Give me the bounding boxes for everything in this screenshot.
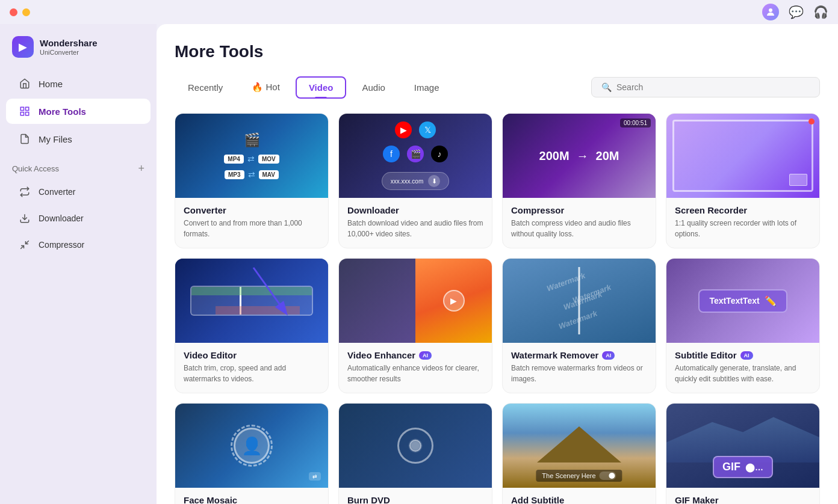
search-input[interactable] <box>616 82 810 92</box>
search-box[interactable]: 🔍 <box>591 77 820 97</box>
disc-icon <box>397 428 433 464</box>
app-logo: ▶ Wondershare UniConverter <box>0 31 157 70</box>
recorder-corner <box>789 174 807 186</box>
subtitle-text-box: TextTextText ✏️ <box>698 289 787 313</box>
titlebar-right: 💬 🎧 <box>762 4 828 20</box>
tool-name-downloader: Downloader <box>347 205 483 215</box>
tool-info-downloader: Downloader Batch download video and audi… <box>339 198 492 248</box>
tab-image[interactable]: Image <box>401 76 453 99</box>
tool-name-editor: Video Editor <box>184 350 320 360</box>
logo-brand: Wondershare <box>40 38 98 49</box>
tool-info-editor: Video Editor Batch trim, crop, speed and… <box>175 343 328 393</box>
add-quick-access-button[interactable]: + <box>138 162 144 175</box>
message-icon[interactable]: 💬 <box>789 5 804 19</box>
sidebar-label-my-files: My Files <box>39 134 72 144</box>
sidebar-item-compressor[interactable]: Compressor <box>6 233 151 257</box>
tool-card-burn-dvd[interactable]: Burn DVD Burn your videos to DVD with hi… <box>338 403 492 504</box>
more-tools-icon <box>18 105 31 118</box>
enhancer-after: ▶ <box>415 259 492 343</box>
wm-text-1: Watermark <box>545 271 586 293</box>
sidebar-item-more-tools[interactable]: More Tools <box>6 99 151 124</box>
tool-info-caption: Add Subtitle Add text captions to your v… <box>503 488 656 504</box>
svg-rect-3 <box>20 112 23 115</box>
my-files-icon <box>18 132 31 146</box>
tool-desc-recorder: 1:1 quality screen recorder with lots of… <box>675 218 811 239</box>
svg-rect-2 <box>26 107 29 110</box>
tool-name-burn-dvd: Burn DVD <box>347 495 483 504</box>
titlebar: 💬 🎧 <box>0 0 838 24</box>
sidebar-label-converter: Converter <box>39 187 75 197</box>
avatar-icon[interactable] <box>762 4 779 20</box>
tool-card-video-enhancer[interactable]: ▶ Video Enhancer AI Automatically enhanc… <box>338 258 492 393</box>
toggle-knob <box>609 473 615 479</box>
tool-thumbnail-recorder <box>666 114 819 198</box>
format-mp3: MP3 <box>225 170 244 179</box>
tool-info-subtitle: Subtitle Editor AI Automatically generat… <box>666 343 819 393</box>
tool-card-gif[interactable]: GIF ⬤… GIF Maker Create GIF from video o… <box>666 403 820 504</box>
tool-card-watermark[interactable]: Watermark Watermark Watermark Watermark … <box>502 258 656 393</box>
ai-badge-enhancer: AI <box>419 351 432 360</box>
rec-dot <box>809 118 815 124</box>
tool-info-enhancer: Video Enhancer AI Automatically enhance … <box>339 343 492 393</box>
quick-access-header: Quick Access + <box>0 153 157 179</box>
tool-desc-subtitle: Automatically generate, translate, and q… <box>675 363 811 384</box>
tool-card-video-editor[interactable]: Video Editor Batch trim, crop, speed and… <box>175 258 329 393</box>
tool-desc-converter: Convert to and from more than 1,000 form… <box>184 218 320 239</box>
tool-name-gif: GIF Maker <box>675 495 811 504</box>
tool-info-recorder: Screen Recorder 1:1 quality screen recor… <box>666 198 819 248</box>
tool-card-subtitle[interactable]: TextTextText ✏️ Subtitle Editor AI Autom… <box>666 258 820 393</box>
compress-to-size: 20M <box>596 149 619 163</box>
toggle-switch <box>600 472 616 480</box>
svg-point-0 <box>769 8 772 12</box>
tool-card-compressor[interactable]: 00:00:51 200M → 20M Compressor Batch com… <box>502 113 656 248</box>
url-text: xxx.xxx.com <box>391 178 423 185</box>
tool-name-caption: Add Subtitle <box>511 495 647 504</box>
tool-name-converter: Converter <box>184 205 320 215</box>
svg-line-7 <box>20 246 23 249</box>
tool-card-caption[interactable]: The Scenery Here Add Subtitle Add text c… <box>502 403 656 504</box>
sidebar-label-more-tools: More Tools <box>39 106 86 117</box>
tool-thumbnail-subtitle: TextTextText ✏️ <box>666 259 819 343</box>
tool-card-face-mosaic[interactable]: 👤 ⇄ Face Mosaic Automatically detect and… <box>175 403 329 504</box>
close-button[interactable] <box>10 8 17 16</box>
time-badge: 00:00:51 <box>620 118 651 128</box>
tool-desc-compressor: Batch compress video and audio files wit… <box>511 218 647 239</box>
tool-desc-watermark: Batch remove watermarks from videos or i… <box>511 363 647 384</box>
tool-card-screen-recorder[interactable]: Screen Recorder 1:1 quality screen recor… <box>666 113 820 248</box>
sidebar-label-downloader: Downloader <box>39 214 84 223</box>
main-content: More Tools Recently 🔥 Hot Video Audio Im… <box>157 24 838 504</box>
tools-grid: 🎬 MP4 ⇄ MOV MP3 ⇄ MAV Converter Convert … <box>175 113 820 504</box>
social-icons: ▶ 𝕏 <box>395 121 436 138</box>
tool-info-compressor: Compressor Batch compress video and audi… <box>503 198 656 248</box>
tool-thumbnail-watermark: Watermark Watermark Watermark Watermark <box>503 259 656 343</box>
tab-recently[interactable]: Recently <box>175 76 236 99</box>
headphone-icon[interactable]: 🎧 <box>813 5 828 19</box>
sidebar-item-home[interactable]: Home <box>6 71 151 96</box>
film-icon: 🎬 <box>244 132 260 148</box>
removal-line <box>579 267 580 334</box>
twitter-icon: 𝕏 <box>419 121 436 138</box>
play-button: ▶ <box>443 290 465 312</box>
tool-name-enhancer: Video Enhancer AI <box>347 350 483 360</box>
tab-audio[interactable]: Audio <box>349 76 398 99</box>
tool-desc-downloader: Batch download video and audio files fro… <box>347 218 483 239</box>
caption-overlay: The Scenery Here <box>536 470 622 482</box>
gif-text: GIF <box>722 461 740 473</box>
tabs-row: Recently 🔥 Hot Video Audio Image 🔍 <box>175 76 820 99</box>
sidebar-item-converter[interactable]: Converter <box>6 180 151 204</box>
compress-from-size: 200M <box>539 149 570 163</box>
tool-card-downloader[interactable]: ▶ 𝕏 f 🎬 ♪ xxx.xxx.com ⬇ Downloader <box>338 113 492 248</box>
arrow-icon2: ⇄ <box>248 170 255 179</box>
tool-card-converter[interactable]: 🎬 MP4 ⇄ MOV MP3 ⇄ MAV Converter Convert … <box>175 113 329 248</box>
tab-video[interactable]: Video <box>296 76 347 99</box>
sidebar-label-compressor: Compressor <box>39 240 84 250</box>
tab-hot[interactable]: 🔥 Hot <box>238 76 293 99</box>
home-icon <box>18 77 31 90</box>
minimize-button[interactable] <box>22 8 30 16</box>
swap-label: ⇄ <box>309 472 321 481</box>
tool-thumbnail-enhancer: ▶ <box>339 259 492 343</box>
mountain-shape <box>537 426 621 463</box>
sidebar-item-my-files[interactable]: My Files <box>6 126 151 152</box>
tool-desc-editor: Batch trim, crop, speed and add watermar… <box>184 363 320 384</box>
sidebar-item-downloader[interactable]: Downloader <box>6 206 151 230</box>
